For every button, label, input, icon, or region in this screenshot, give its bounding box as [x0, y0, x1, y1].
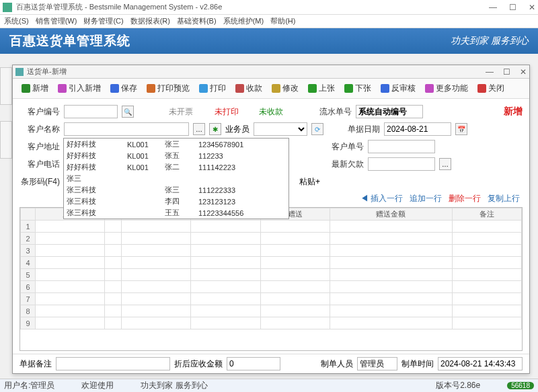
brand-slogan: 功夫到家 服务到心 — [451, 35, 529, 47]
label-customer-no: 客户编号 — [20, 106, 60, 118]
dialog-title: 送货单-新增 — [27, 67, 486, 77]
toolbar-打印预览[interactable]: 打印预览 — [143, 81, 193, 95]
input-after-discount[interactable] — [227, 357, 280, 370]
label-barcode: 条形码(F4) — [20, 176, 60, 188]
menubar: 系统(S) 销售管理(W) 财务管理(C) 数据报表(R) 基础资料(B) 系统… — [0, 15, 538, 28]
new-customer[interactable]: ✱ — [209, 123, 221, 135]
menu-basedata[interactable]: 基础资料(B) — [177, 16, 217, 26]
toolbar-引入新增[interactable]: 引入新增 — [54, 81, 104, 95]
paste-button[interactable]: 粘贴+ — [299, 176, 320, 188]
label-salesman: 业务员 — [225, 124, 249, 135]
input-latest-debt[interactable] — [368, 157, 435, 171]
window-title: 百惠送货单管理系统 - Bestsmile Management System … — [16, 2, 489, 12]
label-after-discount: 折后应收金额 — [174, 358, 223, 370]
status-not-paid: 未收款 — [259, 106, 283, 118]
calendar-icon[interactable]: 📅 — [455, 123, 467, 135]
dropdown-row[interactable]: 张三 — [64, 173, 289, 184]
app-icon — [3, 3, 12, 12]
sidebar-tab-2[interactable] — [0, 121, 12, 159]
input-make-time — [438, 357, 523, 370]
label-make-time: 制单时间 — [401, 358, 434, 370]
customer-dropdown[interactable]: 好好科技KL001张三12345678901好好科技KL001张五112233好… — [63, 138, 289, 219]
grid-wrap: 产品价格金额赠送赠送金额备注123456789 — [20, 207, 523, 351]
input-remark[interactable] — [56, 357, 170, 370]
refresh-salesman[interactable]: ⟳ — [311, 123, 323, 135]
input-customer-no[interactable] — [64, 105, 118, 118]
label-customer-tel: 客户电话 — [20, 159, 60, 170]
delivery-dialog: 送货单-新增 — ☐ ✕ 新增引入新增保存打印预览打印收款修改上张下张反审核更多… — [12, 65, 530, 374]
label-serial-no: 流水单号 — [311, 106, 352, 118]
lookup-customer-name[interactable]: … — [193, 123, 205, 135]
statusbar: 用户名:管理员 欢迎使用 功夫到家 服务到心 版本号2.86e 56618 — [0, 379, 538, 392]
link-insert-row[interactable]: ◀ 插入一行 — [360, 193, 403, 204]
toolbar-新增[interactable]: 新增 — [18, 81, 52, 95]
link-delete-row[interactable]: 删除一行 — [449, 193, 481, 204]
dialog-titlebar: 送货单-新增 — ☐ ✕ — [13, 65, 529, 79]
sidebar-tab-1[interactable] — [0, 67, 12, 105]
dialog-toolbar: 新增引入新增保存打印预览打印收款修改上张下张反审核更多功能关闭 — [13, 79, 529, 99]
label-bill-date: 单据日期 — [340, 124, 380, 135]
label-customer-order: 客户单号 — [323, 141, 364, 153]
input-serial-no[interactable] — [356, 105, 423, 118]
status-slogan: 功夫到家 服务到心 — [141, 380, 207, 391]
label-maker: 制单人员 — [321, 358, 353, 370]
sidebar-tabs — [0, 67, 12, 159]
main-titlebar: 百惠送货单管理系统 - Bestsmile Management System … — [0, 0, 538, 15]
input-maker — [357, 357, 397, 370]
toolbar-下张[interactable]: 下张 — [341, 81, 375, 95]
toolbar-收款[interactable]: 收款 — [232, 81, 266, 95]
dropdown-row[interactable]: 张三科技李四123123123 — [64, 196, 289, 207]
select-salesman[interactable] — [254, 122, 307, 136]
dialog-maximize[interactable]: ☐ — [503, 67, 510, 77]
status-not-printed: 未打印 — [215, 106, 239, 118]
label-remark: 单据备注 — [20, 358, 52, 370]
status-user: 用户名:管理员 — [4, 380, 54, 391]
close-button[interactable]: ✕ — [529, 3, 535, 12]
toolbar-保存[interactable]: 保存 — [107, 81, 141, 95]
label-customer-addr: 客户地址 — [20, 141, 60, 153]
input-customer-order[interactable] — [368, 140, 435, 153]
maximize-button[interactable]: ☐ — [509, 3, 516, 12]
dropdown-row[interactable]: 张三科技张三111222333 — [64, 184, 289, 196]
dropdown-row[interactable]: 好好科技KL001张三12345678901 — [64, 139, 289, 150]
toolbar-修改[interactable]: 修改 — [268, 81, 302, 95]
status-not-invoiced: 未开票 — [169, 106, 193, 118]
product-grid[interactable]: 产品价格金额赠送赠送金额备注123456789 — [20, 208, 522, 329]
toolbar-上张[interactable]: 上张 — [305, 81, 338, 95]
dropdown-row[interactable]: 好好科技KL001张五112233 — [64, 150, 289, 161]
status-welcome: 欢迎使用 — [81, 380, 114, 391]
dropdown-row[interactable]: 好好科技KL001张二111142223 — [64, 161, 289, 173]
menu-system[interactable]: 系统(S) — [4, 16, 29, 26]
dialog-footer: 单据备注 折后应收金额 制单人员 制单时间 — [13, 354, 529, 373]
status-count: 56618 — [507, 382, 534, 389]
minimize-button[interactable]: — — [489, 3, 497, 12]
menu-sales[interactable]: 销售管理(W) — [36, 16, 77, 26]
toolbar-关闭[interactable]: 关闭 — [474, 81, 508, 95]
brand-title: 百惠送货单管理系统 — [9, 32, 130, 50]
link-append-row[interactable]: 追加一行 — [410, 193, 442, 204]
menu-finance[interactable]: 财务管理(C) — [83, 16, 123, 26]
menu-report[interactable]: 数据报表(R) — [130, 16, 170, 26]
status-version: 版本号2.86e — [436, 380, 480, 391]
new-badge: 新增 — [504, 106, 523, 118]
input-bill-date[interactable] — [384, 122, 451, 136]
menu-help[interactable]: 帮助(H) — [270, 16, 295, 26]
label-latest-debt: 最新欠款 — [323, 159, 364, 170]
dialog-minimize[interactable]: — — [486, 67, 494, 77]
dialog-icon — [15, 68, 24, 76]
menu-maintain[interactable]: 系统维护(M) — [223, 16, 264, 26]
label-customer-name: 客户名称 — [20, 124, 60, 135]
lookup-customer-no[interactable]: 🔍 — [122, 106, 134, 118]
brand-bar: 百惠送货单管理系统 功夫到家 服务到心 — [0, 28, 538, 54]
toolbar-反审核[interactable]: 反审核 — [377, 81, 419, 95]
dialog-close[interactable]: ✕ — [520, 67, 527, 77]
input-customer-name[interactable] — [64, 122, 189, 136]
link-copy-row[interactable]: 复制上行 — [488, 193, 520, 204]
toolbar-更多功能[interactable]: 更多功能 — [422, 81, 471, 95]
dropdown-row[interactable]: 张三科技王五11223344556 — [64, 207, 289, 219]
lookup-debt[interactable]: … — [439, 158, 451, 170]
toolbar-打印[interactable]: 打印 — [196, 81, 229, 95]
